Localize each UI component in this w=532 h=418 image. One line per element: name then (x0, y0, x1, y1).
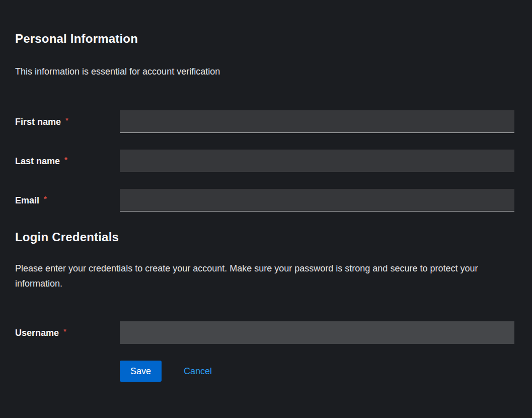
login-credentials-title: Login Credentials (15, 229, 514, 245)
login-credentials-form: Username * Save Cancel (15, 321, 514, 382)
form-actions-row: Save Cancel (15, 361, 514, 382)
personal-information-title: Personal Information (15, 31, 514, 46)
login-credentials-description: Please enter your credentials to create … (15, 261, 501, 291)
username-input[interactable] (120, 321, 514, 344)
email-label: Email (15, 195, 39, 206)
first-name-label: First name (15, 116, 61, 127)
save-button[interactable]: Save (120, 361, 162, 382)
first-name-input[interactable] (120, 110, 514, 133)
last-name-input[interactable] (120, 150, 514, 172)
last-name-row: Last name * (15, 150, 514, 172)
required-asterisk: * (44, 194, 47, 203)
personal-information-section: Personal Information This information is… (15, 31, 514, 212)
last-name-label-cell: Last name * (15, 156, 120, 167)
first-name-label-cell: First name * (15, 116, 120, 127)
email-input[interactable] (120, 189, 514, 212)
required-asterisk: * (63, 327, 66, 335)
required-asterisk: * (65, 116, 68, 124)
username-row: Username * (15, 321, 514, 344)
action-group: Save Cancel (120, 361, 514, 382)
username-label-cell: Username * (15, 327, 120, 338)
required-asterisk: * (64, 155, 67, 164)
login-credentials-section: Login Credentials Please enter your cred… (15, 229, 514, 382)
username-label: Username (15, 327, 59, 338)
email-row: Email * (15, 189, 514, 212)
personal-information-description: This information is essential for accoun… (15, 64, 501, 79)
email-label-cell: Email * (15, 195, 120, 206)
account-form-page: Personal Information This information is… (0, 31, 532, 418)
last-name-label: Last name (15, 156, 60, 167)
personal-information-form: First name * Last name * Email * (15, 110, 514, 212)
cancel-link[interactable]: Cancel (184, 366, 212, 377)
first-name-row: First name * (15, 110, 514, 133)
